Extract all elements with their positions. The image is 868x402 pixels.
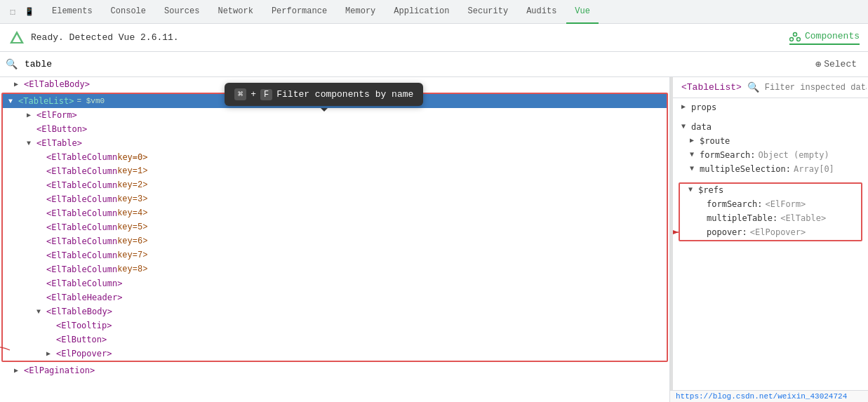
- select-label: Select: [824, 59, 857, 69]
- expand-arrow-tablebody: ▼: [36, 308, 46, 316]
- inspect-header: <TableList> 🔍: [673, 77, 868, 98]
- url-bar: https://blog.csdn.net/weixin_43024724: [673, 390, 868, 402]
- tree-item-eltablecolumn-4[interactable]: <ElTableColumn key=4>: [3, 206, 667, 220]
- tab-console[interactable]: Console: [102, 0, 154, 24]
- refs-formsearch-val: <ElForm>: [765, 199, 806, 209]
- tree-item-elform[interactable]: ▶ <ElForm>: [3, 108, 667, 122]
- tag-colnokey: <ElTableColumn>: [46, 279, 122, 288]
- inspect-panel[interactable]: <TableList> 🔍 ▶ props ▼ data ▶ $route: [673, 77, 868, 402]
- tab-vue[interactable]: Vue: [566, 0, 599, 24]
- expand-arrow-elbutton1: [27, 126, 36, 133]
- svg-point-2: [793, 32, 796, 36]
- tag-col6: <ElTableColumn: [46, 236, 117, 246]
- tooltip-plus: +: [251, 89, 256, 100]
- expand-arrow-col2: [36, 182, 46, 189]
- refs-expand-icon: ▼: [688, 185, 698, 193]
- components-button[interactable]: Components: [789, 31, 860, 45]
- kbd-cmd: ⌘: [234, 88, 246, 100]
- data-multipleselection[interactable]: ▼ multipleSelection: Array[0]: [673, 163, 868, 177]
- expand-arrow-col3: [36, 196, 46, 203]
- tree-item-elpagination[interactable]: ▶ <ElPagination>: [0, 363, 669, 377]
- tree-item-eltablecolumn-3[interactable]: <ElTableColumn key=3>: [3, 192, 667, 206]
- attr-key4: key=4>: [117, 208, 147, 218]
- tab-sources[interactable]: Sources: [156, 0, 208, 24]
- tree-item-elbutton-nested[interactable]: <ElButton>: [3, 333, 667, 347]
- refs-formsearch[interactable]: formSearch: <ElForm>: [680, 198, 861, 212]
- expand-arrow-tooltip: [46, 322, 56, 330]
- tag-col8: <ElTableColumn: [46, 264, 117, 274]
- tab-memory[interactable]: Memory: [337, 0, 384, 24]
- props-expand-icon: ▶: [681, 102, 691, 110]
- refs-popover-val: <ElPopover>: [750, 227, 806, 237]
- attr-key5: key=5>: [117, 222, 147, 232]
- refs-section-box: ▼ $refs formSearch: <ElForm> multipleTab…: [679, 182, 862, 241]
- attr-key0: key=0>: [117, 152, 147, 162]
- multipleselection-expand-icon: ▼: [690, 164, 700, 172]
- component-tree-panel[interactable]: ⌘ + F Filter components by name ▶ <ElTab…: [0, 77, 670, 402]
- refs-multipletable-key: multipleTable:: [707, 213, 777, 223]
- vue-toolbar: Ready. Detected Vue 2.6.11. Components: [0, 24, 868, 52]
- tag-col4: <ElTableColumn: [46, 208, 117, 218]
- expand-arrow-eltable: ▼: [27, 140, 36, 147]
- tree-item-eltablecolumn-nokey[interactable]: <ElTableColumn>: [3, 276, 667, 290]
- refs-arrow-icon: [673, 227, 681, 237]
- tree-item-eltablecolumn-2[interactable]: <ElTableColumn key=2>: [3, 178, 667, 192]
- refs-multipletable[interactable]: multipleTable: <ElTable>: [680, 212, 861, 226]
- tree-item-eltablecolumn-0[interactable]: <ElTableColumn key=0>: [3, 150, 667, 164]
- data-header[interactable]: ▼ data: [673, 121, 868, 135]
- devtools-icons: ⬚ 📱: [6, 5, 36, 19]
- filter-inspect-input[interactable]: [765, 83, 867, 93]
- tab-performance[interactable]: Performance: [263, 0, 335, 24]
- tree-item-eltablecolumn-1[interactable]: <ElTableColumn key=1>: [3, 164, 667, 178]
- tag-col3: <ElTableColumn: [46, 194, 117, 204]
- route-expand-icon: ▶: [690, 136, 700, 144]
- expand-arrow-col0: [36, 154, 46, 161]
- refs-label: $refs: [698, 185, 723, 195]
- tree-item-eltablebody-nested[interactable]: ▼ <ElTableBody>: [3, 304, 667, 319]
- tab-audits[interactable]: Audits: [518, 0, 565, 24]
- tab-application[interactable]: Application: [385, 0, 458, 24]
- refs-header[interactable]: ▼ $refs: [680, 184, 861, 198]
- tab-elements[interactable]: Elements: [44, 0, 101, 24]
- data-section: ▼ data ▶ $route ▼ formSearch: Object (em…: [673, 118, 868, 180]
- tag-col7: <ElTableColumn: [46, 250, 117, 260]
- expand-arrow-col8: [36, 266, 46, 274]
- inspect-component-tag: <TableList>: [681, 82, 742, 93]
- attr-key6: key=6>: [117, 236, 147, 246]
- expand-arrow-col5: [36, 224, 46, 232]
- attr-key2: key=2>: [117, 180, 147, 190]
- tab-bar: ⬚ 📱 Elements Console Sources Network Per…: [0, 0, 868, 24]
- inspect-icon[interactable]: ⬚: [6, 5, 20, 19]
- tag-col2: <ElTableColumn: [46, 180, 117, 190]
- tree-item-elbutton-1[interactable]: <ElButton>: [3, 122, 667, 136]
- multipleselection-val: Array[0]: [794, 164, 834, 174]
- tree-item-eltable[interactable]: ▼ <ElTable>: [3, 136, 667, 150]
- tooltip-text: Filter components by name: [276, 89, 413, 100]
- attr-key8: key=8>: [117, 264, 147, 274]
- svg-point-3: [789, 37, 793, 41]
- props-header[interactable]: ▶ props: [673, 101, 868, 115]
- tree-item-elpopover[interactable]: ▶ <ElPopover>: [3, 347, 667, 361]
- tab-security[interactable]: Security: [460, 0, 517, 24]
- tree-item-eltablecolumn-5[interactable]: <ElTableColumn key=5>: [3, 220, 667, 234]
- data-route[interactable]: ▶ $route: [673, 135, 868, 149]
- tab-network[interactable]: Network: [209, 0, 261, 24]
- search-input[interactable]: [20, 59, 419, 69]
- refs-popover[interactable]: popover: <ElPopover>: [680, 226, 861, 240]
- expand-arrow-elform: ▶: [27, 111, 36, 119]
- vue-logo-icon: [8, 29, 25, 46]
- refs-popover-key: popover:: [707, 227, 747, 237]
- data-formsearch[interactable]: ▼ formSearch: Object (empty): [673, 149, 868, 163]
- tree-item-eltablecolumn-6[interactable]: <ElTableColumn key=6>: [3, 234, 667, 248]
- formsearch-key: formSearch:: [700, 150, 755, 160]
- tag-tablebody: <ElTableBody>: [46, 307, 112, 316]
- props-section: ▶ props: [673, 98, 868, 118]
- expand-arrow-col7: [36, 252, 46, 260]
- tree-item-eltableheader[interactable]: <ElTableHeader>: [3, 290, 667, 304]
- tree-item-eltablecolumn-7[interactable]: <ElTableColumn key=7>: [3, 248, 667, 262]
- tree-item-eltablecolumn-8[interactable]: <ElTableColumn key=8>: [3, 262, 667, 276]
- tree-item-eltooltip[interactable]: <ElTooltip>: [3, 319, 667, 333]
- expand-arrow-tablelist: ▼: [8, 98, 18, 105]
- select-button[interactable]: ⊕ Select: [810, 55, 862, 73]
- device-icon[interactable]: 📱: [22, 5, 36, 19]
